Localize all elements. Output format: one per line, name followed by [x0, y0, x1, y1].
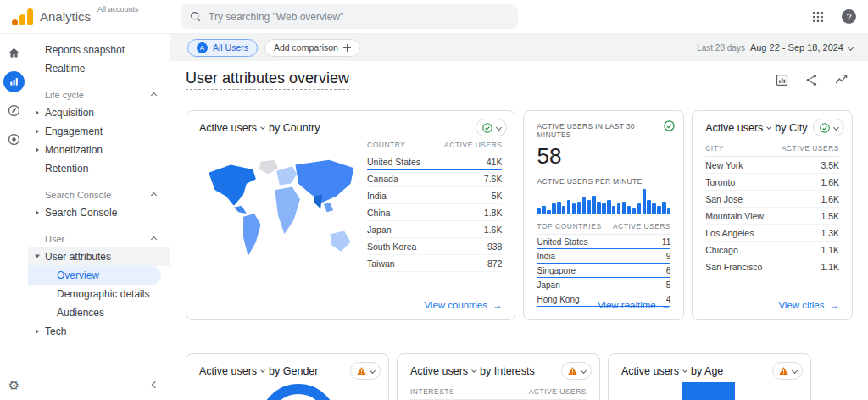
advertising-icon[interactable]: [3, 129, 25, 150]
all-users-chip[interactable]: A All Users: [187, 39, 258, 57]
nav-label: Monetization: [45, 144, 103, 156]
per-minute-bar: [577, 202, 581, 214]
table-row[interactable]: India 5K: [367, 187, 502, 204]
view-cities-link[interactable]: View cities →: [778, 300, 839, 310]
sidebar-item-tech[interactable]: Tech: [28, 322, 170, 341]
per-minute-bar: [643, 189, 646, 214]
table-row[interactable]: Toronto 1.6K: [705, 174, 839, 191]
sidebar-item-user-attributes[interactable]: User attributes: [28, 247, 170, 266]
customize-report-icon[interactable]: [775, 72, 789, 87]
google-analytics-logo[interactable]: [12, 8, 33, 25]
table-row[interactable]: United States 41K: [367, 153, 502, 170]
table-row[interactable]: Mountain View 1.5K: [705, 208, 839, 225]
row-label: India: [537, 252, 555, 261]
link-label: View realtime: [598, 300, 656, 310]
table-row[interactable]: Canada 7.6K: [367, 170, 502, 187]
reports-icon[interactable]: [3, 71, 25, 92]
comparison-bar: A All Users Add comparison Last 28 days …: [170, 34, 868, 61]
card-title[interactable]: Active users by Country: [199, 122, 502, 134]
search-bar[interactable]: [181, 4, 518, 29]
account-switcher-label[interactable]: All accounts: [97, 5, 142, 14]
section-search-console[interactable]: Search Console: [28, 186, 170, 203]
sidebar-item-acquisition[interactable]: Acquisition: [28, 103, 170, 122]
view-countries-link[interactable]: View countries →: [424, 300, 502, 310]
table-row[interactable]: South Korea 938: [367, 238, 502, 255]
data-quality-button[interactable]: [663, 119, 676, 132]
arrow-right-icon: →: [661, 300, 671, 310]
data-quality-button[interactable]: [476, 119, 507, 136]
chevron-down-icon: [833, 125, 839, 131]
table-row[interactable]: New York 3.5K: [705, 157, 839, 174]
section-title: Life cycle: [45, 90, 84, 100]
table-row[interactable]: Japan 1.6K: [367, 221, 502, 238]
warning-triangle-icon: [356, 365, 367, 376]
card-title[interactable]: Active users by Interests: [410, 365, 587, 377]
active-users-count: 58: [537, 143, 670, 169]
insights-icon[interactable]: [834, 72, 849, 87]
age-bar-chart: [682, 382, 735, 400]
check-circle-icon: [819, 122, 831, 134]
collapse-nav-icon[interactable]: [153, 378, 158, 390]
sidebar-item-audiences[interactable]: Audiences: [28, 303, 170, 322]
metric-label: Active users: [410, 365, 468, 377]
table-row[interactable]: Singapore 6: [537, 264, 670, 278]
nav-label: Demographic details: [57, 288, 149, 300]
home-icon[interactable]: [3, 42, 25, 64]
logo-dot: [12, 19, 18, 25]
table-row[interactable]: India 9: [537, 249, 670, 264]
sidebar-item-search-console[interactable]: Search Console: [28, 203, 170, 222]
view-realtime-link[interactable]: View realtime →: [598, 300, 670, 310]
table-row[interactable]: San Francisco 1.1K: [705, 258, 839, 275]
page-title: User attributes overview: [186, 69, 349, 90]
table-row[interactable]: United States 11: [537, 235, 670, 249]
table-row[interactable]: Taiwan 872: [367, 255, 502, 272]
chevron-down-icon: [471, 368, 476, 373]
table-row[interactable]: China 1.8K: [367, 204, 502, 221]
per-minute-bar: [607, 200, 610, 214]
per-minute-bar: [572, 203, 576, 214]
table-row[interactable]: Japan 5: [537, 278, 670, 292]
help-icon[interactable]: ?: [842, 9, 856, 24]
search-input[interactable]: [209, 11, 509, 23]
nav-label: Reports snapshot: [45, 44, 125, 56]
data-quality-warning-button[interactable]: [350, 362, 381, 380]
sidebar-item-reports-snapshot[interactable]: Reports snapshot: [28, 41, 170, 59]
card-title[interactable]: Active users by Gender: [199, 365, 376, 377]
logo-bar-medium: [19, 14, 25, 25]
sidebar-item-demographic-details[interactable]: Demographic details: [28, 285, 170, 303]
table-row[interactable]: Chicago 1.1K: [705, 242, 839, 258]
expand-arrow-icon: [36, 210, 39, 215]
sidebar-item-overview[interactable]: Overview: [28, 266, 161, 285]
sidebar-item-realtime[interactable]: Realtime: [28, 59, 170, 78]
sidebar-item-engagement[interactable]: Engagement: [28, 122, 170, 141]
column-dimension: INTERESTS: [410, 387, 454, 396]
section-user[interactable]: User: [28, 231, 170, 247]
world-map: [199, 146, 357, 283]
sidebar-item-monetization[interactable]: Monetization: [28, 141, 170, 159]
apps-grid-icon[interactable]: [811, 10, 825, 24]
data-quality-warning-button[interactable]: [772, 362, 803, 380]
add-comparison-chip[interactable]: Add comparison: [264, 39, 360, 57]
data-quality-warning-button[interactable]: [561, 362, 592, 380]
cards-row-2: Active users by Gender: [170, 320, 868, 400]
per-minute-bar: [632, 208, 636, 215]
table-row[interactable]: Los Angeles 1.3K: [705, 225, 839, 242]
table-row[interactable]: San Jose 1.6K: [705, 191, 839, 208]
row-label: San Francisco: [705, 262, 762, 272]
row-label: Los Angeles: [705, 228, 754, 238]
share-icon[interactable]: [804, 72, 819, 87]
data-quality-button[interactable]: [813, 119, 844, 136]
row-value: 5K: [492, 191, 503, 201]
row-label: South Korea: [367, 242, 416, 252]
date-range-picker[interactable]: Last 28 days Aug 22 - Sep 18, 2024: [697, 42, 853, 53]
row-value: 7.6K: [484, 174, 503, 184]
per-minute-bar-chart: [537, 189, 670, 214]
row-value: 3.5K: [821, 160, 839, 170]
sidebar-item-retention[interactable]: Retention: [28, 159, 170, 178]
section-life-cycle[interactable]: Life cycle: [28, 86, 170, 103]
topbar-actions: ?: [811, 9, 856, 24]
explore-icon[interactable]: [3, 100, 25, 121]
admin-gear-icon[interactable]: ⚙: [8, 378, 19, 393]
card-title[interactable]: Active users by Age: [621, 365, 798, 377]
per-minute-bar: [622, 202, 626, 214]
